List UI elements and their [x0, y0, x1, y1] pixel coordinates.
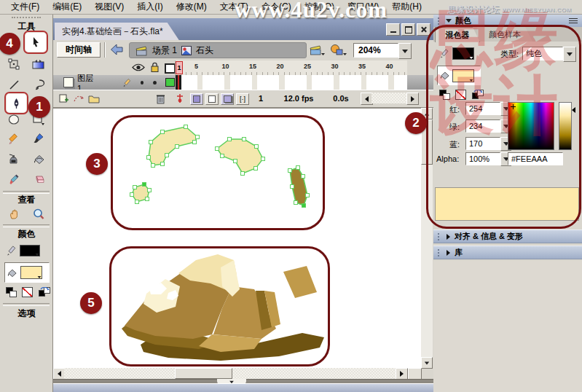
restore-button[interactable]: [401, 23, 415, 36]
stage-hscrollbar[interactable]: [53, 368, 421, 380]
default-colors-button[interactable]: [439, 90, 449, 98]
show-hide-column[interactable]: [132, 63, 145, 74]
hex-input[interactable]: #FEEAAA: [508, 152, 563, 165]
layer-visible-dot[interactable]: [141, 81, 144, 85]
insert-layer-button[interactable]: [57, 93, 70, 104]
no-color-button[interactable]: [455, 90, 466, 100]
ink-bottle-tool[interactable]: [4, 150, 23, 168]
stroke-color-swatch[interactable]: [452, 47, 474, 60]
align-info-transform-panel[interactable]: 对齐 & 信息 & 变形: [433, 230, 582, 243]
brush-tool[interactable]: [29, 130, 48, 147]
menu-item[interactable]: 插入(I): [130, 0, 169, 15]
brightness-bar[interactable]: [559, 102, 572, 150]
stage[interactable]: [53, 108, 421, 369]
type-dropdown-button[interactable]: [563, 47, 576, 62]
edit-symbols-button[interactable]: [330, 44, 347, 59]
red-input[interactable]: 254: [465, 102, 500, 115]
vscroll-down-button[interactable]: [421, 357, 433, 369]
onion-skin-button[interactable]: [190, 93, 203, 105]
library-panel[interactable]: 库: [433, 246, 582, 259]
menu-item[interactable]: 修改(M): [170, 0, 213, 15]
minimize-button[interactable]: [386, 23, 400, 36]
frame-rate-readout[interactable]: 12.0 fps: [276, 93, 321, 104]
swap-colors-button[interactable]: [472, 90, 482, 98]
eraser-tool[interactable]: [29, 170, 48, 188]
center-frame-button[interactable]: [176, 93, 184, 106]
lock-column[interactable]: [150, 62, 160, 75]
type-select[interactable]: 纯色: [522, 47, 563, 60]
scene-crumb[interactable]: 场景 1: [152, 44, 177, 57]
zoom-tool[interactable]: [29, 205, 48, 223]
free-transform-tool[interactable]: [4, 55, 23, 73]
back-button[interactable]: [110, 43, 125, 58]
onion-outline-button[interactable]: [205, 93, 219, 105]
selection-tool[interactable]: [23, 31, 48, 54]
lasso-tool[interactable]: [29, 76, 48, 93]
paint-bucket-icon: [33, 154, 45, 165]
edit-scene-button[interactable]: [310, 44, 326, 59]
minimize-icon: [390, 31, 396, 33]
fill-color-swatch[interactable]: [452, 69, 474, 82]
blue-input[interactable]: 170: [465, 137, 500, 150]
layer-info[interactable]: 图层 1: [53, 75, 175, 90]
swap-colors-button[interactable]: [39, 287, 49, 296]
pencil-tool[interactable]: [4, 130, 23, 147]
default-colors-button[interactable]: [6, 287, 16, 296]
stage-vscrollbar[interactable]: [421, 108, 433, 368]
timeline-toggle-button[interactable]: 时间轴: [57, 42, 101, 58]
panel-grip[interactable]: [438, 249, 442, 256]
panel-grip[interactable]: [438, 233, 442, 240]
edit-multiple-frames-button[interactable]: [221, 93, 234, 105]
green-input[interactable]: 234: [465, 119, 500, 133]
color-preview[interactable]: [435, 187, 579, 221]
paint-bucket-tool[interactable]: [29, 150, 48, 168]
layer-lock-dot[interactable]: [153, 81, 157, 85]
menu-item[interactable]: 文件(F): [4, 0, 46, 15]
section-divider: [3, 224, 50, 227]
stroke-color-swatch[interactable]: [20, 245, 40, 256]
line-tool[interactable]: [4, 76, 23, 93]
modify-onion-markers-button[interactable]: [·]: [236, 93, 249, 105]
eyedropper-tool[interactable]: [4, 170, 23, 188]
insert-layer-folder-button[interactable]: [87, 93, 101, 104]
hscroll-thumb[interactable]: [175, 368, 232, 379]
layer-frames[interactable]: [175, 75, 407, 90]
symbol-crumb[interactable]: 石头: [196, 44, 213, 57]
add-motion-guide-button[interactable]: [72, 93, 85, 104]
color-spectrum[interactable]: [508, 102, 554, 150]
delete-layer-button[interactable]: [154, 93, 167, 104]
menu-item[interactable]: 帮助(H): [385, 0, 428, 15]
blue-label: 蓝:: [449, 139, 460, 150]
collapsed-properties-panel[interactable]: [53, 383, 433, 392]
frame-number: 20: [277, 63, 284, 70]
document-tab[interactable]: 实例4.基础绘画－石头.fla*: [55, 23, 179, 40]
tab-color-swatches[interactable]: 颜色样本: [477, 27, 532, 42]
oval-tool[interactable]: [4, 111, 23, 128]
frame-ruler[interactable]: 1 510152025303540: [175, 60, 407, 75]
zoom-level-input[interactable]: 204%: [353, 43, 398, 58]
color-panel-header[interactable]: 颜色: [433, 15, 582, 28]
menu-item[interactable]: 视图(V): [88, 0, 130, 15]
zoom-dropdown-button[interactable]: [398, 43, 412, 59]
panel-options-menu[interactable]: [569, 17, 578, 25]
fill-color-swatch[interactable]: [20, 266, 42, 279]
menu-item[interactable]: 编辑(E): [46, 0, 88, 15]
alpha-input[interactable]: 100%: [465, 152, 500, 165]
annotation-badge-5: 5: [80, 292, 102, 314]
outline-column[interactable]: [165, 63, 176, 74]
no-color-button[interactable]: [22, 287, 33, 297]
timeline-scroll-right[interactable]: [406, 93, 419, 105]
free-transform-icon: [8, 58, 20, 70]
fill-transform-tool[interactable]: [29, 55, 48, 73]
brightness-marker[interactable]: [572, 107, 575, 113]
hscroll-right-button[interactable]: [396, 368, 408, 380]
playhead[interactable]: 1: [176, 61, 183, 74]
hand-tool[interactable]: [4, 205, 23, 223]
close-button[interactable]: [417, 23, 430, 36]
layer-row[interactable]: 图层 1: [53, 75, 433, 90]
timeline-scroll-track[interactable]: [371, 93, 406, 103]
tab-color-mixer[interactable]: 混色器: [435, 27, 480, 42]
layer-outline-color[interactable]: [165, 78, 175, 87]
panel-grip[interactable]: [438, 17, 442, 25]
document-window: 实例4.基础绘画－石头.fla* 时间轴 场景 1: [53, 18, 433, 392]
